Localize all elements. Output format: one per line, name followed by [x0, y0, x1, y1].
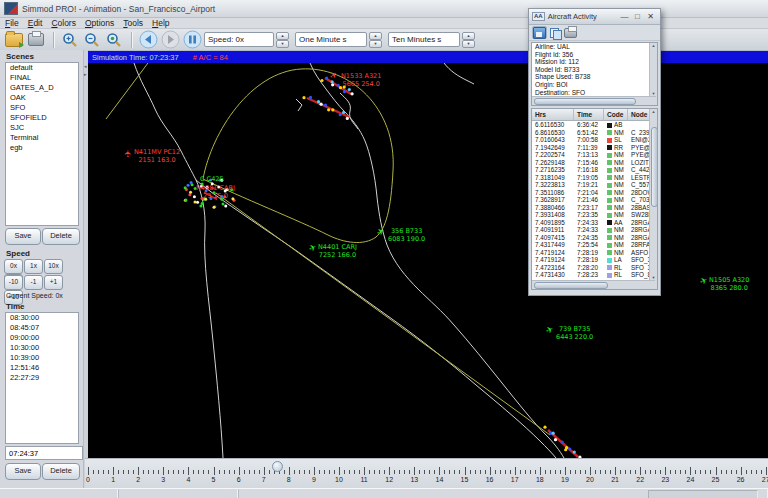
time-input[interactable] — [5, 446, 83, 460]
scenes-save-button[interactable]: Save — [5, 228, 41, 245]
menu-colors[interactable]: Colors — [51, 18, 76, 28]
saved-time-item[interactable]: 10:30:00 — [6, 343, 78, 353]
menu-file[interactable]: File — [5, 18, 19, 28]
close-button[interactable]: ✕ — [644, 11, 657, 23]
table-row[interactable]: 7.40918957:24:33AA28RGATE@ — [532, 219, 655, 227]
pause-button[interactable] — [182, 31, 202, 49]
speed-preset-button[interactable]: 10x — [44, 259, 63, 274]
scroll-thumb[interactable] — [534, 98, 636, 105]
interval-combo[interactable]: One Minute s — [295, 32, 367, 47]
play-button[interactable] — [160, 31, 180, 49]
table-row[interactable]: 7.22025747:13:13NMPYE@160 — [532, 151, 655, 159]
speed-increment-button[interactable]: -1 — [24, 275, 43, 290]
save-report-button[interactable] — [532, 26, 547, 39]
scroll-up-icon[interactable]: ▲ — [650, 43, 657, 49]
table-row[interactable]: 7.31810497:19:05NMLESTR@95 — [532, 174, 655, 182]
spinner-up-icon[interactable]: ▲ — [462, 32, 475, 40]
table-row[interactable]: 6.61165306:36:42AB — [532, 121, 655, 129]
dialog-print-button[interactable] — [564, 27, 577, 38]
activity-table[interactable]: HrsTimeCodeNode 6.61165306:36:42AB6.8616… — [531, 108, 658, 290]
aircraft-label-sfo-carj[interactable]: N4881 CARJ 23 15.0 — [196, 184, 235, 200]
table-row[interactable]: 7.40919117:24:33NM28RGATE@ — [532, 226, 655, 234]
zoom-out-button[interactable] — [82, 31, 102, 49]
flight-info-panel[interactable]: Airline: UALFlight Id: 356Mission Id: 11… — [531, 42, 658, 106]
time-delete-button[interactable]: Delete — [42, 463, 80, 480]
menu-edit[interactable]: Edit — [28, 18, 43, 28]
saved-time-item[interactable]: 08:45:07 — [6, 323, 78, 333]
menu-tools[interactable]: Tools — [123, 18, 143, 28]
spinner-down-icon[interactable]: ▼ — [369, 40, 382, 48]
speed-preset-button[interactable]: 0x — [4, 259, 23, 274]
scene-item[interactable]: SFOFIELD — [6, 113, 78, 123]
aircraft-label-n411mv[interactable]: N411MV PC12 2151 163.0 — [134, 148, 180, 164]
speed-spinner[interactable]: ▲▼ — [276, 32, 289, 48]
scene-item[interactable]: Terminal — [6, 133, 78, 143]
saved-time-item[interactable]: 09:00:00 — [6, 333, 78, 343]
table-horizontal-scrollbar[interactable] — [532, 280, 655, 289]
table-vertical-scrollbar[interactable]: ▲ ▼ — [649, 109, 657, 289]
time-save-button[interactable]: Save — [5, 463, 41, 480]
column-header-hrs[interactable]: Hrs — [532, 109, 574, 120]
interval-spinner[interactable]: ▲▼ — [369, 32, 382, 48]
expand-right-icon[interactable]: ▸ — [84, 72, 87, 77]
scene-item[interactable]: GATES_A_D — [6, 83, 78, 93]
table-row[interactable]: 7.39314087:23:35NMSW28R@4 — [532, 211, 655, 219]
copy-button[interactable] — [549, 27, 562, 38]
scene-item[interactable]: OAK — [6, 93, 78, 103]
menu-options[interactable]: Options — [85, 18, 114, 28]
speed-preset-button[interactable]: 1x — [24, 259, 43, 274]
scene-item[interactable]: default — [6, 63, 78, 73]
table-row[interactable]: 7.36289177:21:46NMC_703 — [532, 196, 655, 204]
scene-item[interactable]: SJC — [6, 123, 78, 133]
aircraft-icon[interactable]: ✈ — [124, 150, 133, 158]
spinner-down-icon[interactable]: ▼ — [462, 40, 475, 48]
step-back-button[interactable] — [138, 31, 158, 49]
maximize-button[interactable]: □ — [631, 11, 644, 23]
table-row[interactable]: 7.26291487:15:46NMLOZIT@110 — [532, 159, 655, 167]
spinner-up-icon[interactable]: ▲ — [369, 32, 382, 40]
menu-help[interactable]: Help — [152, 18, 169, 28]
table-row[interactable]: 7.38804667:23:17NM28BASER@ — [532, 204, 655, 212]
table-row[interactable]: 7.47314307:28:23RLSFO_871 — [532, 271, 655, 279]
aircraft-label-carj-4401[interactable]: N4401 CARJ 7252 166.0 — [318, 243, 357, 259]
table-row[interactable]: 7.01606437:00:58SLENI@250 — [532, 136, 655, 144]
table-row[interactable]: 7.32238137:19:21NMC_557 — [532, 181, 655, 189]
timeline-ruler[interactable]: 0123456789101112131415161718192021222324… — [85, 458, 768, 489]
table-row[interactable]: 7.35110867:21:04NM28DOWNWIND — [532, 189, 655, 197]
speed-field[interactable] — [204, 32, 274, 47]
aircraft-label-flight-356[interactable]: 356 B733 6083 190.0 — [388, 227, 425, 243]
column-header-code[interactable]: Code — [604, 109, 628, 120]
print-button[interactable] — [26, 31, 46, 49]
zoom-fit-button[interactable] — [104, 31, 124, 49]
table-row[interactable]: 7.47191247:28:19LASFO_335 — [532, 256, 655, 264]
table-row[interactable]: 7.27162357:16:18NMC_442 — [532, 166, 655, 174]
scene-item[interactable]: FINAL — [6, 73, 78, 83]
aircraft-label-oak-arrival[interactable]: N1533 A321 5665 254.0 — [341, 72, 381, 88]
zoom-in-button[interactable] — [60, 31, 80, 49]
collapse-left-icon[interactable]: ◂ — [84, 64, 87, 69]
scroll-thumb[interactable] — [534, 282, 608, 289]
scroll-up-icon[interactable]: ▲ — [650, 109, 657, 115]
aircraft-label-n1505[interactable]: N1505 A320 8365 280.0 — [709, 276, 749, 292]
speed-increment-button[interactable]: +1 — [44, 275, 63, 290]
ruler-slider-thumb[interactable] — [272, 461, 283, 472]
dialog-title-bar[interactable]: AA Aircraft Activity — □ ✕ — [529, 9, 660, 25]
saved-time-item[interactable]: 08:30:00 — [6, 313, 78, 323]
column-header-time[interactable]: Time — [574, 109, 604, 120]
time-list[interactable]: 08:30:0008:45:0709:00:0010:30:0010:39:00… — [5, 312, 79, 444]
spinner-down-icon[interactable]: ▼ — [276, 40, 289, 48]
scene-item[interactable]: SFO — [6, 103, 78, 113]
table-row[interactable]: 7.19426497:11:39RRPYE@160 — [532, 144, 655, 152]
open-file-button[interactable] — [4, 31, 24, 49]
info-horizontal-scrollbar[interactable] — [532, 96, 656, 105]
table-row[interactable]: 7.47191247:28:19NMASFO_28R — [532, 249, 655, 257]
saved-time-item[interactable]: 22:27:29 — [6, 373, 78, 383]
spinner-up-icon[interactable]: ▲ — [276, 32, 289, 40]
table-row[interactable]: 6.86165306:51:42NMC_239 — [532, 129, 655, 137]
duration-spinner[interactable]: ▲▼ — [462, 32, 475, 48]
scenes-delete-button[interactable]: Delete — [42, 228, 80, 245]
aircraft-label-sfo-c425[interactable]: C C425 — [200, 175, 224, 183]
saved-time-item[interactable]: 12:51:46 — [6, 363, 78, 373]
saved-time-item[interactable]: 10:39:00 — [6, 353, 78, 363]
map-canvas[interactable]: ✈N1533 A321 5665 254.0✈N411MV PC12 2151 … — [88, 63, 768, 458]
